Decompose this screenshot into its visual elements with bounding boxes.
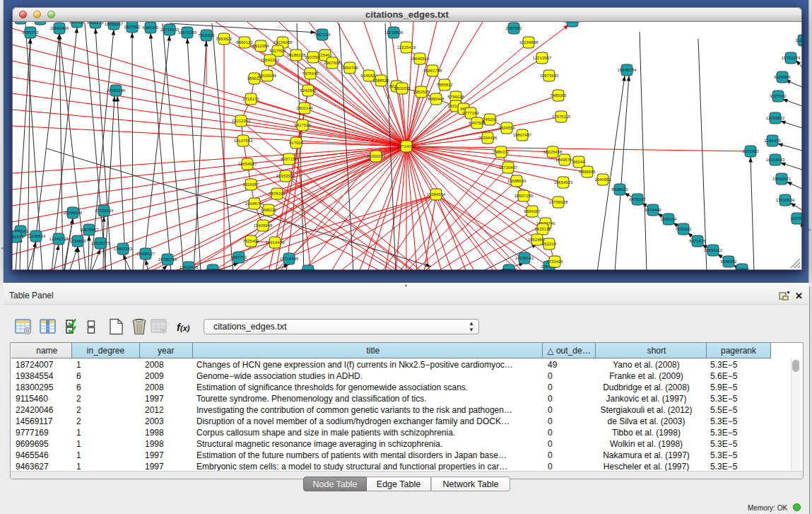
svg-text:15751074: 15751074	[782, 56, 801, 60]
svg-text:18186328: 18186328	[287, 53, 306, 57]
svg-text:10543362: 10543362	[261, 58, 280, 62]
svg-text:9684067: 9684067	[524, 209, 541, 214]
svg-text:9327503: 9327503	[269, 49, 286, 53]
svg-text:15409948: 15409948	[254, 223, 273, 228]
svg-text:6966160: 6966160	[142, 25, 159, 30]
svg-text:6479197: 6479197	[629, 197, 646, 201]
svg-text:3215953: 3215953	[742, 149, 759, 153]
svg-text:15300293: 15300293	[367, 154, 386, 158]
svg-text:10654112: 10654112	[704, 248, 723, 252]
svg-text:1714519: 1714519	[69, 239, 86, 243]
svg-text:2087682: 2087682	[505, 26, 522, 30]
svg-text:1063112: 1063112	[69, 22, 86, 24]
svg-text:10958127: 10958127	[136, 252, 155, 256]
svg-text:12213967: 12213967	[533, 56, 552, 60]
svg-text:10046766: 10046766	[245, 201, 264, 206]
svg-text:9055713: 9055713	[22, 30, 39, 35]
svg-text:2718170: 2718170	[242, 97, 259, 101]
svg-text:1362615: 1362615	[413, 90, 430, 94]
svg-text:1733426: 1733426	[546, 259, 563, 264]
svg-text:10975857: 10975857	[80, 228, 99, 232]
svg-text:66044: 66044	[573, 160, 585, 164]
svg-text:9227342: 9227342	[770, 94, 787, 98]
svg-text:10973493: 10973493	[540, 74, 559, 78]
svg-text:10719155: 10719155	[160, 28, 180, 32]
svg-text:19384554: 19384554	[427, 192, 446, 197]
svg-text:917006: 917006	[289, 141, 304, 145]
svg-text:14136141: 14136141	[515, 256, 534, 260]
svg-text:1498222: 1498222	[260, 208, 277, 212]
svg-text:3813054: 3813054	[564, 22, 581, 23]
svg-text:924501: 924501	[735, 267, 750, 270]
svg-text:20364436: 20364436	[478, 136, 498, 140]
svg-text:7975645: 7975645	[302, 71, 319, 76]
svg-text:8267150: 8267150	[281, 157, 298, 161]
svg-text:19654987: 19654987	[238, 162, 257, 166]
svg-text:2546: 2546	[320, 53, 330, 57]
svg-text:19654923: 19654923	[554, 180, 573, 185]
svg-text:9242845: 9242845	[300, 88, 317, 93]
svg-text:12342737: 12342737	[49, 237, 69, 241]
svg-text:16210643: 16210643	[766, 158, 785, 162]
svg-text:23420046: 23420046	[258, 74, 277, 78]
svg-text:6497508: 6497508	[469, 121, 486, 125]
svg-text:18907249: 18907249	[514, 194, 534, 198]
svg-text:11423448: 11423448	[180, 265, 199, 269]
svg-text:3822039: 3822039	[394, 86, 411, 90]
svg-text:10807487: 10807487	[513, 133, 532, 137]
svg-text:18724007: 18724007	[397, 144, 416, 148]
svg-text:9457771: 9457771	[230, 255, 247, 259]
svg-text:15720407: 15720407	[499, 165, 518, 170]
svg-text:20053346: 20053346	[107, 88, 126, 93]
svg-text:1092369: 1092369	[204, 268, 221, 270]
svg-text:1391571: 1391571	[12, 235, 24, 239]
svg-text:9427512: 9427512	[294, 123, 311, 127]
svg-text:6794028: 6794028	[447, 95, 464, 99]
svg-text:12353594: 12353594	[276, 174, 295, 178]
svg-text:1117208: 1117208	[796, 38, 802, 42]
svg-text:7857214: 7857214	[314, 33, 331, 37]
svg-text:15692971: 15692971	[772, 177, 792, 181]
svg-text:879612: 879612	[502, 268, 517, 270]
svg-text:8990448: 8990448	[428, 97, 445, 101]
svg-text:6899695: 6899695	[579, 170, 596, 174]
svg-text:16914479: 16914479	[266, 240, 285, 245]
svg-text:12213363: 12213363	[232, 119, 251, 123]
svg-text:19218506: 19218506	[384, 30, 404, 35]
svg-text:17957253: 17957253	[114, 247, 133, 251]
svg-text:7625402: 7625402	[242, 239, 259, 243]
svg-text:1588520: 1588520	[372, 78, 389, 83]
svg-text:15716485: 15716485	[280, 257, 299, 261]
svg-text:3454749: 3454749	[341, 66, 358, 70]
svg-text:20691406: 20691406	[50, 26, 69, 30]
svg-text:20206576: 20206576	[64, 211, 83, 215]
svg-text:19756928: 19756928	[549, 200, 568, 204]
svg-text:10653267: 10653267	[105, 22, 124, 26]
svg-text:7485063: 7485063	[550, 93, 567, 98]
svg-text:9777169: 9777169	[462, 111, 479, 115]
svg-text:9129966: 9129966	[774, 75, 791, 79]
svg-text:804142: 804142	[301, 269, 316, 270]
svg-text:2603144: 2603144	[296, 106, 313, 110]
svg-text:16648784: 16648784	[618, 68, 637, 72]
svg-text:8912954: 8912954	[252, 44, 269, 48]
svg-text:10688609: 10688609	[507, 179, 526, 183]
svg-text:8660123: 8660123	[236, 40, 253, 45]
svg-text:10671355: 10671355	[178, 30, 197, 35]
svg-text:7955812: 7955812	[436, 83, 453, 87]
svg-text:1615132: 1615132	[534, 227, 551, 231]
svg-text:10107553: 10107553	[234, 139, 253, 143]
svg-text:1640951: 1640951	[594, 177, 611, 182]
svg-text:16782759: 16782759	[158, 257, 177, 262]
svg-text:2935114: 2935114	[661, 217, 678, 221]
svg-text:1527602: 1527602	[124, 25, 141, 29]
svg-text:9245052: 9245052	[720, 259, 737, 264]
svg-text:7515525: 7515525	[198, 33, 215, 37]
svg-text:12093822: 12093822	[766, 116, 785, 120]
svg-text:12156819: 12156819	[27, 234, 46, 238]
svg-text:7663822: 7663822	[216, 37, 233, 41]
svg-text:1244415: 1244415	[764, 139, 781, 143]
svg-text:18640910: 18640910	[411, 57, 430, 61]
svg-text:18495764: 18495764	[555, 158, 575, 162]
svg-text:11325419: 11325419	[397, 45, 416, 49]
